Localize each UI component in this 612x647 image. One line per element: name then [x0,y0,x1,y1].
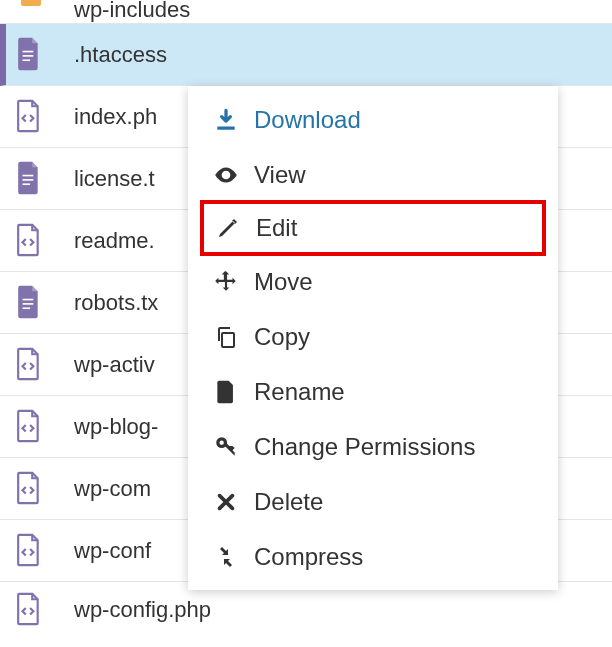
file-name: wp-includes [74,0,190,23]
menu-permissions[interactable]: Change Permissions [188,419,558,474]
svg-rect-6 [23,298,34,300]
file-name: wp-blog- [74,414,158,440]
file-name: .htaccess [74,42,167,68]
menu-label: Rename [254,378,345,406]
menu-label: Compress [254,543,363,571]
svg-rect-1 [23,55,34,57]
move-icon [212,268,240,296]
document-icon [16,161,46,197]
svg-rect-3 [23,174,34,176]
svg-rect-7 [23,303,34,305]
file-name: index.ph [74,104,157,130]
code-file-icon [16,99,46,135]
menu-rename[interactable]: Rename [188,364,558,419]
folder-icon [16,0,46,23]
file-name: robots.tx [74,290,158,316]
file-name: wp-com [74,476,151,502]
code-file-icon [16,471,46,507]
code-file-icon [16,347,46,383]
file-name: license.t [74,166,155,192]
file-name: readme. [74,228,155,254]
svg-rect-5 [23,183,31,185]
menu-label: Change Permissions [254,433,475,461]
rename-icon [212,378,240,406]
svg-rect-0 [23,50,34,52]
svg-rect-9 [217,126,234,129]
svg-rect-11 [222,333,234,347]
code-file-icon [16,223,46,259]
document-icon [16,285,46,321]
file-row[interactable]: wp-config.php [0,582,612,638]
key-icon [212,433,240,461]
code-file-icon [16,533,46,569]
svg-point-13 [220,440,224,444]
svg-point-10 [224,172,228,176]
menu-download[interactable]: Download [188,92,558,147]
menu-view[interactable]: View [188,147,558,202]
file-row-selected[interactable]: .htaccess [0,24,612,86]
menu-move[interactable]: Move [188,254,558,309]
download-icon [212,106,240,134]
menu-copy[interactable]: Copy [188,309,558,364]
file-name: wp-config.php [74,597,211,623]
code-file-icon [16,409,46,445]
code-file-icon [16,592,46,628]
menu-delete[interactable]: Delete [188,474,558,529]
menu-label: Download [254,106,361,134]
svg-rect-4 [23,179,34,181]
menu-label: Edit [256,214,297,242]
svg-rect-2 [23,59,31,61]
copy-icon [212,323,240,351]
file-name: wp-activ [74,352,155,378]
menu-compress[interactable]: Compress [188,529,558,584]
menu-label: Copy [254,323,310,351]
pencil-icon [214,214,242,242]
file-name: wp-conf [74,538,151,564]
context-menu: Download View Edit Move Copy Rename [188,86,558,590]
svg-rect-8 [23,307,31,309]
menu-label: Delete [254,488,323,516]
menu-label: Move [254,268,313,296]
eye-icon [212,161,240,189]
file-row[interactable]: wp-includes [0,0,612,24]
menu-label: View [254,161,306,189]
menu-edit[interactable]: Edit [200,200,546,256]
document-icon [16,37,46,73]
delete-icon [212,488,240,516]
compress-icon [212,543,240,571]
